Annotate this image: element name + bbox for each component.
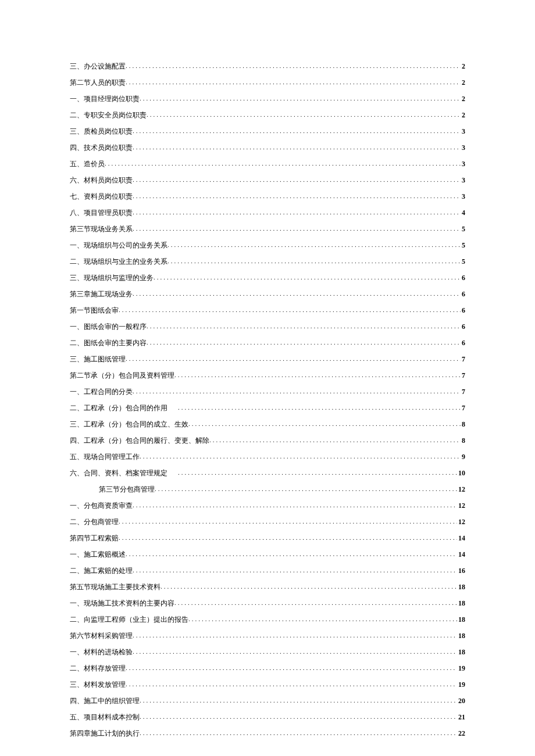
toc-entry-title: 五、项目材料成本控制 xyxy=(70,709,140,725)
toc-entry-title: 二、施工索赔的处理 xyxy=(70,562,133,579)
toc-leader-dots xyxy=(105,155,461,171)
toc-entry: 二、图纸会审的主要内容6 xyxy=(70,335,465,351)
toc-leader-dots xyxy=(167,253,461,269)
toc-entry-title: 四、施工中的组织管理 xyxy=(70,693,140,709)
toc-entry: 二、施工索赔的处理16 xyxy=(70,562,465,579)
toc-leader-dots xyxy=(147,318,461,334)
toc-entry: 三、材料发放管理19 xyxy=(70,676,465,693)
toc-entry-page: 3 xyxy=(461,123,465,139)
toc-entry: 八、项目管理员职责4 xyxy=(70,205,465,221)
toc-leader-dots xyxy=(174,594,457,611)
toc-leader-dots xyxy=(178,399,461,415)
toc-entry-page: 12 xyxy=(457,481,465,497)
toc-entry: 五、现场合同管理工作9 xyxy=(70,449,465,465)
toc-entry-page: 6 xyxy=(461,286,465,302)
toc-entry: 第二节人员的职责2 xyxy=(70,74,465,91)
toc-leader-dots xyxy=(140,692,457,708)
toc-entry-page: 7 xyxy=(461,400,465,416)
toc-entry-title: 四、工程承（分）包合同的履行、变更、解除 xyxy=(70,432,209,449)
toc-entry: 四、工程承（分）包合同的履行、变更、解除8 xyxy=(70,432,465,449)
toc-entry: 第四节工程索赔14 xyxy=(70,530,465,546)
toc-entry: 二、材料存放管理19 xyxy=(70,660,465,676)
toc-entry: 二、分包商管理12 xyxy=(70,514,465,530)
toc-entry-page: 21 xyxy=(457,709,465,725)
toc-entry-title: 六、合同、资料、档案管理规定 xyxy=(70,465,167,481)
toc-entry-page: 19 xyxy=(457,660,465,676)
toc-entry-title: 第三节现场业务关系 xyxy=(70,221,133,237)
toc-entry-title: 二、工程承（分）包合同的作用 xyxy=(70,400,167,416)
toc-entry-page: 18 xyxy=(457,611,465,628)
toc-entry-title: 第五节现场施工主要技术资料 xyxy=(70,579,160,595)
toc-leader-dots xyxy=(188,611,457,627)
toc-leader-dots xyxy=(133,562,457,578)
toc-entry-title: 三、办公设施配置 xyxy=(70,58,126,74)
toc-entry-title: 二、专职安全员岗位职责 xyxy=(70,107,147,123)
toc-leader-dots xyxy=(160,578,457,594)
toc-entry: 六、合同、资料、档案管理规定10 xyxy=(70,465,465,481)
toc-entry-page: 6 xyxy=(461,302,465,318)
toc-entry-title: 第四章施工计划的执行 xyxy=(70,725,140,741)
toc-entry: 一、现场组织与公司的业务关系5 xyxy=(70,237,465,253)
toc-entry-title: 二、材料存放管理 xyxy=(70,660,126,676)
toc-entry-page: 5 xyxy=(461,253,465,270)
toc-entry: 第三节现场业务关系5 xyxy=(70,221,465,237)
toc-leader-dots xyxy=(133,383,461,399)
toc-entry-page: 20 xyxy=(457,693,465,709)
toc-leader-dots xyxy=(147,334,461,350)
toc-entry: 三、质检员岗位职责3 xyxy=(70,123,465,139)
toc-leader-dots xyxy=(154,269,461,285)
toc-entry: 二、专职安全员岗位职责2 xyxy=(70,107,465,123)
toc-entry-page: 2 xyxy=(461,91,465,107)
toc-entry-title: 一、施工索赔概述 xyxy=(70,546,126,562)
toc-entry-page: 8 xyxy=(461,416,465,432)
toc-leader-dots xyxy=(140,708,457,725)
toc-leader-dots xyxy=(126,74,461,90)
toc-entry: 六、材料员岗位职责3 xyxy=(70,172,465,188)
toc-entry: 五、造价员3 xyxy=(70,156,465,172)
toc-entry-title: 二、向监理工程师（业主）提出的报告 xyxy=(70,611,188,628)
toc-entry-page: 2 xyxy=(461,107,465,123)
toc-leader-dots xyxy=(126,546,457,562)
toc-leader-dots xyxy=(174,367,461,383)
toc-entry-title: 四、技术员岗位职责 xyxy=(70,139,133,156)
toc-leader-dots xyxy=(133,627,457,643)
toc-entry: 第一节图纸会审6 xyxy=(70,302,465,318)
toc-leader-dots xyxy=(133,285,461,302)
toc-leader-dots xyxy=(119,302,461,318)
toc-entry: 五、项目材料成本控制21 xyxy=(70,709,465,725)
toc-leader-dots xyxy=(178,464,457,481)
toc-entry: 三、现场组织与监理的业务6 xyxy=(70,270,465,286)
toc-entry-title: 第六节材料采购管理 xyxy=(70,628,133,644)
toc-entry-page: 3 xyxy=(461,139,465,156)
toc-leader-dots xyxy=(126,660,457,676)
toc-leader-dots xyxy=(133,188,461,204)
toc-entry: 第二节承（分）包合同及资料管理7 xyxy=(70,367,465,384)
toc-entry-title: 八、项目管理员职责 xyxy=(70,205,133,221)
toc-entry-page: 18 xyxy=(457,579,465,595)
toc-entry: 第五节现场施工主要技术资料18 xyxy=(70,579,465,595)
toc-entry: 三、工程承（分）包合同的成立、生效8 xyxy=(70,416,465,432)
toc-entry: 第三节分包商管理12 xyxy=(70,481,465,497)
toc-entry: 七、资料员岗位职责3 xyxy=(70,188,465,205)
toc-entry: 三、办公设施配置2 xyxy=(70,58,465,74)
toc-entry-title: 二、分包商管理 xyxy=(70,514,119,530)
toc-entry-title: 三、工程承（分）包合同的成立、生效 xyxy=(70,416,188,432)
toc-leader-dots xyxy=(140,725,457,741)
toc-entry: 第六节材料采购管理18 xyxy=(70,628,465,644)
toc-entry-title: 第三章施工现场业务 xyxy=(70,286,133,302)
table-of-contents: 三、办公设施配置2第二节人员的职责2一、项目经理岗位职责2二、专职安全员岗位职责… xyxy=(70,58,465,741)
toc-entry: 三、施工图纸管理7 xyxy=(70,351,465,367)
toc-entry-title: 一、项目经理岗位职责 xyxy=(70,91,140,107)
toc-entry-title: 三、质检员岗位职责 xyxy=(70,123,133,139)
toc-entry-page: 16 xyxy=(457,562,465,579)
toc-entry-title: 三、施工图纸管理 xyxy=(70,351,126,367)
toc-entry-page: 14 xyxy=(457,546,465,562)
toc-entry-page: 3 xyxy=(461,188,465,205)
toc-entry-title: 二、现场组织与业主的业务关系 xyxy=(70,253,167,270)
toc-entry-title: 六、材料员岗位职责 xyxy=(70,172,133,188)
toc-entry-page: 5 xyxy=(461,221,465,237)
toc-entry-title: 第二节承（分）包合同及资料管理 xyxy=(70,367,174,384)
toc-entry: 一、现场施工技术资料的主要内容18 xyxy=(70,595,465,611)
toc-entry-page: 14 xyxy=(457,530,465,546)
toc-entry: 第三章施工现场业务6 xyxy=(70,286,465,302)
